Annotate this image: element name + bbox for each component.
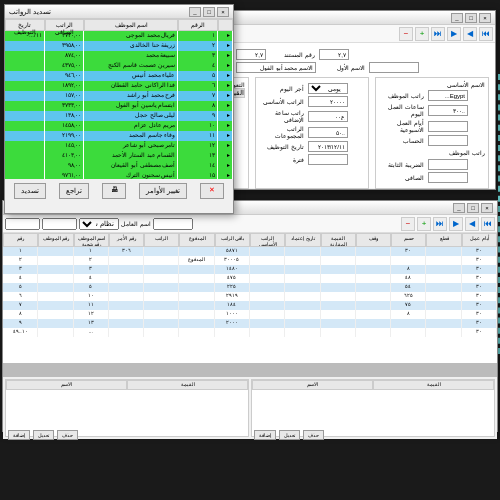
net-input[interactable] — [428, 172, 468, 183]
col-header[interactable]: اسم الموظف — [84, 19, 178, 31]
max-icon[interactable]: □ — [203, 7, 215, 17]
min-icon[interactable]: _ — [451, 13, 463, 23]
edit-button[interactable]: تعديل — [279, 430, 300, 440]
save-button[interactable]: تسديد — [14, 183, 46, 199]
bottom-panel-right: القيمةالاسم حذف تعديل إضافة — [5, 379, 249, 437]
wname-input[interactable] — [153, 218, 193, 230]
table-row[interactable]: ٣٠٢٠٠٠١٣٩ — [3, 319, 497, 328]
col-header[interactable]: وقف — [356, 233, 391, 247]
min-icon[interactable]: _ — [453, 203, 465, 213]
col-header[interactable]: رقم الأمر — [109, 233, 144, 247]
table-row[interactable]: ٣٠٥٤٢٢٥٥٥ — [3, 283, 497, 292]
table-row[interactable]: ٣٠٦٢٥٢٩١٩١٠٦ — [3, 292, 497, 301]
to-input[interactable] — [5, 218, 40, 230]
col-header[interactable]: الراتب الأساسي — [250, 233, 285, 247]
delete-button[interactable]: حذف — [57, 430, 78, 440]
undo-button[interactable]: تراجع — [59, 183, 89, 199]
table-row[interactable]: ٣٠٤٨٤٧٥٤٤ — [3, 274, 497, 283]
titlebar[interactable]: × □ _ تسديد الرواتب — [5, 5, 233, 19]
max-icon[interactable]: □ — [465, 13, 477, 23]
delete-button[interactable]: حذف — [303, 430, 324, 440]
col-header[interactable]: أيام عمل — [462, 233, 497, 247]
max-icon[interactable]: □ — [467, 203, 479, 213]
table-row[interactable]: ▸٩ليلى صالح حجل١٣٨,٠٠ — [5, 111, 233, 121]
table-row[interactable]: ▸٤سيرين عصمت قاسم الكنج٤٣٧٥,٠٠ — [5, 61, 233, 71]
fname-input[interactable] — [369, 62, 419, 73]
table-row[interactable]: ▸١١وفاء جاسم المحمد٢١٩٩,٠٠ — [5, 131, 233, 141]
table-row[interactable]: ٣٠٣٠٠٠٥المدفوع٢٢ — [3, 256, 497, 265]
lname-input[interactable] — [236, 62, 316, 73]
min-icon[interactable]: _ — [189, 7, 201, 17]
rate-input[interactable] — [308, 111, 348, 122]
table-row[interactable]: ▸٣سبيعة محمد٨٧٤,٠٠ — [5, 51, 233, 61]
col-header[interactable]: رقم الموظف — [38, 233, 73, 247]
table-row[interactable]: ▸١٣القسام عبد الستار الأحمد٤١٠٣,٠٠ — [5, 151, 233, 161]
num-input[interactable] — [236, 49, 266, 60]
cur-input[interactable] — [428, 90, 468, 101]
prev-icon[interactable]: ◀ — [465, 217, 479, 231]
close-icon[interactable]: × — [479, 13, 491, 23]
table-row[interactable]: ٣٠٨١٤٨٠٣٣ — [3, 265, 497, 274]
delete-icon[interactable]: − — [401, 217, 415, 231]
tax-input[interactable] — [428, 159, 468, 170]
table-row[interactable]: ▸٢زريفة حنا الخالدي٣٩٥٨,٠٠ — [5, 41, 233, 51]
table-row[interactable]: ▸١٠مريم عادل عزام١٤٥٨,٠٠ — [5, 121, 233, 131]
table-row[interactable]: ▸٥علياء محمد أنيس٩٤٦,٠٠ — [5, 71, 233, 81]
table-row[interactable]: ٣٠٧٥١٨٤١١٧ — [3, 301, 497, 310]
prev-icon[interactable]: ◀ — [463, 27, 477, 41]
orders-button[interactable]: تغيير الأوامر — [139, 183, 187, 199]
table-row[interactable]: ▸٧فرح محمد أبو راشد١٥٧,٠٠ — [5, 91, 233, 101]
table-row[interactable]: ▸١٤أصف مصطفى أبو القيعان٩٨,٠٠ — [5, 161, 233, 171]
col-header[interactable]: اسم الموظف رقم شعبة — [74, 233, 109, 247]
table-row[interactable]: ٣٠٨١٠٠٠١٢٨ — [3, 310, 497, 319]
date-input[interactable] — [308, 141, 348, 152]
records-grid[interactable]: أيام عملقطعحسموقفالقيمة المقارنةتاريخ إع… — [3, 233, 497, 363]
sec-input[interactable] — [308, 154, 348, 165]
table-row[interactable]: ▸١٢تامر صبحي أبو شاعر١٤٥,٠٠ — [5, 141, 233, 151]
table-row[interactable]: ▸١فريال محمد الموجي٣٧٢٠,٠٠١١/... — [5, 31, 233, 41]
close-icon[interactable]: × — [481, 203, 493, 213]
hrs-input[interactable] — [428, 105, 468, 116]
salary-grid[interactable]: الرقماسم الموظفالراتب الصافيتاريخ التوظي… — [5, 19, 233, 179]
last-icon[interactable]: ⏭ — [431, 27, 445, 41]
add-button[interactable]: إضافة — [8, 430, 30, 440]
col-header[interactable]: المدفوع — [179, 233, 214, 247]
col-header[interactable]: القيمة المقارنة — [321, 233, 356, 247]
first-icon[interactable]: ⏮ — [479, 27, 493, 41]
col-header[interactable]: حسم — [391, 233, 426, 247]
add-icon[interactable]: + — [415, 27, 429, 41]
table-row[interactable]: ▸٨ابتسام ياسين أبو الفول٣٧٣٣,٠٠ — [5, 101, 233, 111]
grp-input[interactable] — [308, 127, 348, 138]
acc-input[interactable] — [428, 135, 468, 146]
close-button[interactable]: ✕ — [200, 183, 224, 199]
col-header[interactable]: الراتب الصافي — [45, 19, 85, 31]
days-input[interactable] — [428, 121, 468, 132]
base-input[interactable] — [308, 96, 348, 107]
add-button[interactable]: إضافة — [254, 430, 276, 440]
first-icon[interactable]: ⏮ — [481, 217, 495, 231]
table-row[interactable]: ٣٠...١٠..٤٩ — [3, 328, 497, 337]
edit-button[interactable]: تعديل — [33, 430, 54, 440]
table-row[interactable]: ٣٠٣٠٥٨٧١٣٠٦١١ — [3, 247, 497, 256]
delete-icon[interactable]: − — [399, 27, 413, 41]
col-header[interactable]: رقم — [3, 233, 38, 247]
close-icon[interactable]: × — [217, 7, 229, 17]
last-icon[interactable]: ⏭ — [433, 217, 447, 231]
col-header[interactable]: قطع — [426, 233, 461, 247]
print-button[interactable]: 🖶 — [102, 183, 126, 199]
col-header[interactable]: الراتب — [144, 233, 179, 247]
col-header[interactable]: باقي الراتب — [215, 233, 250, 247]
from-input[interactable] — [42, 218, 77, 230]
stype-select[interactable]: يومي — [308, 83, 348, 94]
table-row[interactable]: ▸٦فدا الراكاني حامد القطان١٨٩٢,٠٠ — [5, 81, 233, 91]
col-header[interactable]: تاريخ التوظيف — [5, 19, 45, 31]
col-header[interactable]: الرقم — [178, 19, 218, 31]
col-header[interactable] — [218, 19, 233, 31]
next-icon[interactable]: ▶ — [447, 27, 461, 41]
sys-select[interactable]: نظام شهري — [79, 218, 119, 230]
doc-num-input[interactable] — [319, 49, 349, 60]
add-icon[interactable]: + — [417, 217, 431, 231]
table-row[interactable]: ▸١٥أنيس سحنون الترك٩٧٦١,٠٠ — [5, 171, 233, 179]
next-icon[interactable]: ▶ — [449, 217, 463, 231]
col-header[interactable]: تاريخ إعتماد — [285, 233, 320, 247]
